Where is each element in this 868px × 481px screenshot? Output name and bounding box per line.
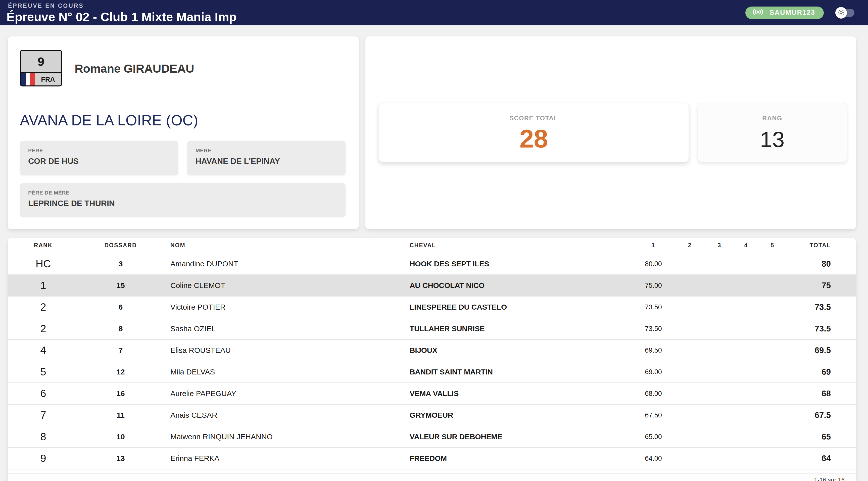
rank-cell: 10	[8, 469, 79, 473]
col-header-dossard: DOSSARD	[79, 238, 163, 253]
table-row[interactable]: 6 16 Aurelie PAPEGUAY VEMA VALLIS 68.00 …	[8, 383, 856, 404]
rider-cell: Erinna FERKA	[163, 448, 402, 469]
bib-plate: 9 FRA	[20, 50, 62, 86]
score5-cell	[760, 448, 785, 469]
rider-cell: Maiwenn RINQUIN JEHANNO	[163, 426, 402, 448]
dossard-cell: 12	[79, 361, 163, 383]
app-screen: ÉPREUVE EN COURS Épreuve N° 02 - Club 1 …	[0, 0, 868, 481]
rank-cell: 4	[8, 339, 79, 361]
dossard-cell: 3	[79, 253, 163, 275]
dossard-cell: 15	[79, 275, 163, 296]
table-row[interactable]: 8 10 Maiwenn RINQUIN JEHANNO VALEUR SUR …	[8, 426, 856, 448]
results-table-body: HC 3 Amandine DUPONT HOOK DES SEPT ILES …	[8, 253, 856, 473]
rank-cell: 1	[8, 275, 79, 296]
col-header-nom: NOM	[163, 238, 402, 253]
score5-cell	[760, 361, 785, 383]
table-row[interactable]: 2 6 Victoire POTIER LINESPEREE DU CASTEL…	[8, 296, 856, 318]
table-row[interactable]: HC 3 Amandine DUPONT HOOK DES SEPT ILES …	[8, 253, 856, 275]
col-header-judge4: 4	[733, 238, 760, 253]
dossard-cell: 13	[79, 448, 163, 469]
score-panel: SCORE TOTAL 28 RANG 13	[365, 36, 856, 229]
rank-cell: 9	[8, 448, 79, 469]
score2-cell	[674, 296, 706, 318]
dossard-cell: 6	[79, 296, 163, 318]
country-code: FRA	[35, 73, 61, 85]
table-row[interactable]: 4 7 Elisa ROUSTEAU BIJOUX 69.50 69.5	[8, 339, 856, 361]
total-score-label: SCORE TOTAL	[379, 115, 688, 122]
theme-toggle[interactable]	[835, 7, 855, 19]
score2-cell	[674, 361, 706, 383]
header-row: RANK DOSSARD NOM CHEVAL 1 2 3 4 5 TOTAL	[8, 238, 856, 253]
pedigree-damsire-value: LEPRINCE DE THURIN	[28, 199, 337, 208]
rank-label: RANG	[698, 115, 847, 122]
score4-cell	[733, 383, 760, 404]
rank-cell: 7	[8, 404, 79, 426]
col-header-cheval: CHEVAL	[402, 238, 633, 253]
rank-cell: HC	[8, 253, 79, 275]
table-row[interactable]: 7 11 Anais CESAR GRYMOEUR 67.50 67.5	[8, 404, 856, 426]
rider-cell: Sasha OZIEL	[163, 318, 402, 339]
score4-cell	[733, 404, 760, 426]
score4-cell	[733, 426, 760, 448]
horse-name: AVANA DE LA LOIRE (OC)	[20, 112, 198, 129]
dossard-cell: 4	[79, 469, 163, 473]
score1-cell: 67.50	[633, 404, 674, 426]
results-table-card: RANK DOSSARD NOM CHEVAL 1 2 3 4 5 TOTAL	[8, 238, 856, 481]
dossard-cell: 16	[79, 383, 163, 404]
main-content: 9 FRA Romane GIRAUDEAU AVANA DE LA LOIRE…	[0, 25, 868, 481]
topbar-titles: ÉPREUVE EN COURS Épreuve N° 02 - Club 1 …	[6, 2, 237, 23]
score5-cell	[760, 426, 785, 448]
score1-cell: 60.00	[633, 469, 674, 473]
col-header-total: TOTAL	[785, 238, 856, 253]
table-row[interactable]: 9 13 Erinna FERKA FREEDOM 64.00 64	[8, 448, 856, 469]
score2-cell	[674, 275, 706, 296]
score1-cell: 69.50	[633, 339, 674, 361]
total-cell: 65	[785, 426, 856, 448]
score4-cell	[733, 253, 760, 275]
table-row[interactable]: 10 4 Coralie CASSERON CARLOTTA DE VALLET…	[8, 469, 856, 473]
broadcast-icon	[752, 7, 764, 18]
col-header-judge3: 3	[706, 238, 733, 253]
score3-cell	[706, 469, 733, 473]
table-row[interactable]: 1 15 Coline CLEMOT AU CHOCOLAT NICO 75.0…	[8, 275, 856, 296]
score2-cell	[674, 448, 706, 469]
score4-cell	[733, 448, 760, 469]
horse-cell: AU CHOCOLAT NICO	[402, 275, 633, 296]
rider-cell: Coline CLEMOT	[163, 275, 402, 296]
total-cell: 80	[785, 253, 856, 275]
total-cell: 67.5	[785, 404, 856, 426]
score4-cell	[733, 469, 760, 473]
rider-cell: Aurelie PAPEGUAY	[163, 383, 402, 404]
results-table-scroll-area[interactable]: HC 3 Amandine DUPONT HOOK DES SEPT ILES …	[8, 253, 856, 473]
score3-cell	[706, 426, 733, 448]
total-cell: 73.5	[785, 296, 856, 318]
table-row[interactable]: 2 8 Sasha OZIEL TULLAHER SUNRISE 73.50 7…	[8, 318, 856, 339]
pedigree-sire-value: COR DE HUS	[28, 156, 170, 166]
score4-cell	[733, 361, 760, 383]
score5-cell	[760, 383, 785, 404]
dossard-cell: 8	[79, 318, 163, 339]
pagination-range-label: 1-16 sur 16	[814, 477, 845, 481]
score5-cell	[760, 296, 785, 318]
rank-value: 13	[698, 128, 847, 151]
total-cell: 75	[785, 275, 856, 296]
table-row[interactable]: 5 12 Mila DELVAS BANDIT SAINT MARTIN 69.…	[8, 361, 856, 383]
score3-cell	[706, 296, 733, 318]
score3-cell	[706, 383, 733, 404]
dossard-cell: 11	[79, 404, 163, 426]
col-header-judge2: 2	[674, 238, 706, 253]
score2-cell	[674, 404, 706, 426]
total-score-value: 28	[379, 126, 688, 152]
score3-cell	[706, 275, 733, 296]
horse-cell: GRYMOEUR	[402, 404, 633, 426]
horse-cell: CARLOTTA DE VALLET	[402, 469, 633, 473]
rank-cell: 2	[8, 296, 79, 318]
score3-cell	[706, 404, 733, 426]
score1-cell: 80.00	[633, 253, 674, 275]
horse-cell: VALEUR SUR DEBOHEME	[402, 426, 633, 448]
score5-cell	[760, 469, 785, 473]
session-badge[interactable]: SAUMUR123	[745, 6, 824, 19]
score2-cell	[674, 426, 706, 448]
topbar: ÉPREUVE EN COURS Épreuve N° 02 - Club 1 …	[0, 0, 868, 25]
score3-cell	[706, 361, 733, 383]
